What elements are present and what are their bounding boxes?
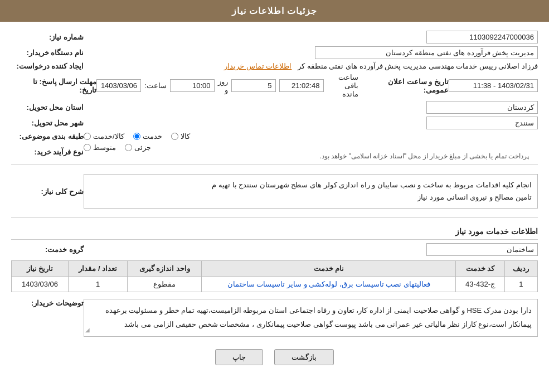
shomara-niaz-input: 1103092247000036 [426, 31, 538, 43]
noee-label: نوع فرآیند خرید: [11, 148, 84, 156]
group-khadamat-label: گروه خدمت: [11, 245, 84, 254]
tabaqe-khadamat: خدمت [133, 132, 162, 141]
shahr-input: سنندج [426, 117, 538, 129]
shomara-niaz-value: 1103092247000036 [84, 31, 538, 43]
toseah-value: دارا بودن مدرک HSE و گواهی صلاحیت ایمنی … [84, 297, 538, 338]
shahr-row: شهر محل تحویل: سنندج [11, 117, 538, 129]
naam-dastgah-value: مدیریت پخش فرآورده های نفتی منطقه کردستا… [84, 46, 538, 59]
tabaqe-kala-khadamat-label: کالا/خدمت [93, 132, 124, 141]
shahr-label: شهر محل تحویل: [11, 119, 84, 127]
col-vahed: واحد اندازه گیری [128, 261, 202, 277]
page-header: جزئیات اطلاعات نیاز [0, 0, 549, 22]
col-kod: کد خدمت [456, 261, 504, 277]
sharh-box: انجام کلیه اقدامات مربوط به ساخت و نصب س… [84, 174, 538, 209]
noee-radio-motavaset[interactable] [84, 144, 91, 151]
tabaqe-radio-khadamat[interactable] [133, 133, 140, 140]
noee-row: نوع فرآیند خرید: متوسط جزئی پرداخت تمام … [11, 143, 538, 160]
ostan-label: استان محل تحویل: [11, 103, 84, 112]
tabaqe-label: طبقه بندی موضوعی: [11, 132, 84, 141]
tabaqe-row: طبقه بندی موضوعی: کالا/خدمت خدمت کالا [11, 132, 538, 141]
roz-label: روز و [218, 78, 228, 94]
toseah-label: توضیحات خریدار: [11, 297, 84, 307]
back-button[interactable]: بازگشت [274, 349, 334, 365]
page-wrapper: جزئیات اطلاعات نیاز شماره نیاز: 11030922… [0, 0, 549, 392]
ostan-input: کردستان [426, 101, 538, 114]
tabaqe-radio-kala-khadamat[interactable] [84, 133, 91, 140]
noee-motavaset-label: متوسط [93, 143, 116, 152]
page-title: جزئیات اطلاعات نیاز [232, 6, 318, 16]
noee-options: متوسط جزئی [84, 143, 538, 152]
tabaqe-options: کالا/خدمت خدمت کالا [84, 132, 538, 141]
content-area: شماره نیاز: 1103092247000036 نام دستگاه … [0, 22, 549, 385]
toseah-box: دارا بودن مدرک HSE و گواهی صلاحیت ایمنی … [84, 299, 538, 336]
khadamat-section-header: اطلاعات خدمات مورد نیاز [11, 224, 538, 240]
group-khadamat-row: گروه خدمت: ساختمان [11, 243, 538, 256]
baqi-label: ساعت باقی مانده [327, 73, 358, 98]
sharh-label: شرح کلی نیاز: [11, 187, 84, 196]
ijad-konande-text: فرزاد اصلانی رییس خدمات مهندسی مدیریت پخ… [298, 62, 538, 70]
print-button[interactable]: چاپ [215, 349, 263, 365]
shahr-value: سنندج [84, 117, 538, 129]
table-row: 1 ج-432-43 فعالیتهای نصب تاسیسات برق، لو… [12, 277, 538, 292]
ijad-konande-label: ایجاد کننده درخواست: [11, 62, 84, 70]
noee-motavaset: متوسط [84, 143, 116, 152]
cell-kod: ج-432-43 [456, 277, 504, 292]
tabaqe-radio-kala[interactable] [171, 133, 178, 140]
tarikh-saeat-value: 1403/02/31 - 11:38 [449, 79, 538, 92]
tabaqe-kala: کالا [171, 132, 190, 141]
divider-1 [11, 164, 538, 165]
cell-tedad: 1 [69, 277, 128, 292]
col-tarikh: تاریخ نیاز [12, 261, 69, 277]
cell-vahed: مقطوع [128, 277, 202, 292]
saat-label: ساعت: [144, 81, 167, 90]
naam-dastgah-label: نام دستگاه خریدار: [11, 49, 84, 57]
tarikh-input: 1403/03/06 [96, 79, 141, 92]
noee-jozii: جزئی [125, 143, 151, 152]
mhlat-label: مهلت ارسال پاسخ: تا تاریخ: [11, 78, 96, 94]
saat-input: 10:00 [170, 79, 215, 92]
col-naam: نام خدمت [202, 261, 456, 277]
noee-value: متوسط جزئی پرداخت تمام یا بخشی از مبلغ خ… [84, 143, 538, 160]
table-header-row: ردیف کد خدمت نام خدمت واحد اندازه گیری ت… [12, 261, 538, 277]
bottom-buttons: بازگشت چاپ [11, 349, 538, 376]
table-head: ردیف کد خدمت نام خدمت واحد اندازه گیری ت… [12, 261, 538, 277]
group-khadamat-input: ساختمان [426, 243, 538, 256]
contact-link[interactable]: اطلاعات تماس خریدار [224, 62, 291, 70]
naam-dastgah-input: مدیریت پخش فرآورده های نفتی منطقه کردستا… [315, 46, 538, 59]
naam-dastgah-row: نام دستگاه خریدار: مدیریت پخش فرآورده ها… [11, 46, 538, 59]
ostan-value: کردستان [84, 101, 538, 114]
noee-jozii-label: جزئی [134, 143, 151, 152]
mhlat-inner: 1403/03/06 ساعت: 10:00 روز و 5 21:02:48 … [96, 73, 358, 98]
roz-input: 5 [231, 79, 276, 92]
tarikh-saeat-label: تاریخ و ساعت اعلان عمومی: [358, 78, 449, 94]
noee-note: پرداخت تمام یا بخشی از مبلغ خریدار از مح… [320, 152, 529, 160]
sharh-row: شرح کلی نیاز: انجام کلیه اقدامات مربوط ب… [11, 170, 538, 213]
toseah-text: دارا بودن مدرک HSE و گواهی صلاحیت ایمنی … [90, 304, 532, 331]
cell-radif: 1 [504, 277, 537, 292]
mhlat-value: 1403/03/06 ساعت: 10:00 روز و 5 21:02:48 … [96, 73, 358, 98]
tarikh-saeat-input: 1403/02/31 - 11:38 [449, 79, 538, 92]
ijad-konande-value: فرزاد اصلانی رییس خدمات مهندسی مدیریت پخ… [84, 62, 538, 70]
cell-tarikh: 1403/03/06 [12, 277, 69, 292]
shomara-niaz-row: شماره نیاز: 1103092247000036 [11, 31, 538, 43]
noee-radio-jozii[interactable] [125, 144, 132, 151]
tabaqe-kala-khadamat: کالا/خدمت [84, 132, 124, 141]
services-table: ردیف کد خدمت نام خدمت واحد اندازه گیری ت… [11, 260, 538, 292]
cell-naam: فعالیتهای نصب تاسیسات برق، لوله‌کشی و سا… [202, 277, 456, 292]
shomara-niaz-label: شماره نیاز: [11, 33, 84, 41]
table-body: 1 ج-432-43 فعالیتهای نصب تاسیسات برق، لو… [12, 277, 538, 292]
ostan-row: استان محل تحویل: کردستان [11, 101, 538, 114]
resize-icon: ◢ [85, 325, 90, 335]
group-khadamat-value: ساختمان [84, 243, 538, 256]
toseah-row: توضیحات خریدار: دارا بودن مدرک HSE و گوا… [11, 297, 538, 338]
col-tedad: تعداد / مقدار [69, 261, 128, 277]
divider-2 [11, 217, 538, 218]
tabaqe-khadamat-label: خدمت [143, 132, 162, 141]
sharh-value: انجام کلیه اقدامات مربوط به ساخت و نصب س… [84, 170, 538, 213]
col-radif: ردیف [504, 261, 537, 277]
baqi-input: 21:02:48 [279, 79, 324, 92]
mhlat-row: مهلت ارسال پاسخ: تا تاریخ: 1403/03/06 سا… [11, 73, 538, 98]
tabaqe-kala-label: کالا [181, 132, 190, 141]
ijad-konande-row: ایجاد کننده درخواست: فرزاد اصلانی رییس خ… [11, 62, 538, 70]
